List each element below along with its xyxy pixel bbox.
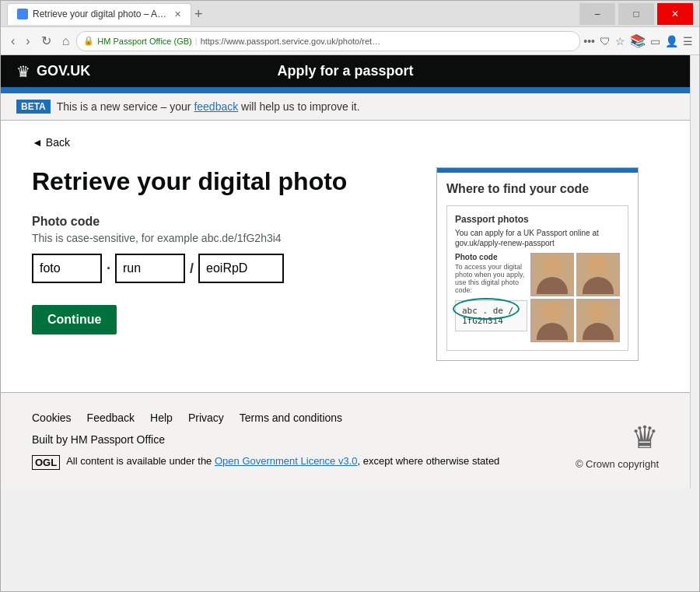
minimize-button[interactable]: – xyxy=(579,3,615,25)
scroll-area[interactable]: ♛ GOV.UK Apply for a passport BETA This … xyxy=(1,55,690,489)
close-button[interactable]: ✕ xyxy=(657,3,693,25)
more-icon[interactable]: ••• xyxy=(583,35,595,47)
back-chevron-icon: ◄ xyxy=(32,136,43,149)
photo-code-inputs: · / xyxy=(32,254,405,283)
reader-icon[interactable]: ▭ xyxy=(650,35,660,47)
beta-text: This is a new service – your feedback wi… xyxy=(57,100,360,113)
page-heading: Retrieve your digital photo xyxy=(32,167,405,196)
main-content: ◄ Back Retrieve your digital photo Photo… xyxy=(1,121,670,392)
footer-links: Cookies Feedback Help Privacy Terms and … xyxy=(32,412,499,424)
security-icon: 🔒 xyxy=(83,36,94,46)
browser-tab[interactable]: Retrieve your digital photo – A… ✕ xyxy=(7,3,191,25)
browser-titlebar: Retrieve your digital photo – A… ✕ + – □… xyxy=(1,1,699,27)
menu-icon[interactable]: ☰ xyxy=(683,35,693,47)
footer-crown-icon: ♛ xyxy=(631,419,659,455)
find-code-box: Where to find your code Passport photos … xyxy=(436,167,639,361)
refresh-button[interactable]: ↻ xyxy=(37,32,55,50)
org-name: HM Passport Office (GB) xyxy=(97,37,191,46)
photo-code-input-3[interactable] xyxy=(198,254,284,283)
profile-icon[interactable]: 👤 xyxy=(665,35,678,47)
footer-link-cookies[interactable]: Cookies xyxy=(32,412,72,424)
shield-icon: 🛡 xyxy=(600,35,611,47)
photo-code-input-2[interactable] xyxy=(115,254,185,283)
footer-link-terms[interactable]: Terms and conditions xyxy=(240,412,342,424)
footer-right: ♛ © Crown copyright xyxy=(576,419,659,470)
photo-4 xyxy=(576,299,620,342)
crown-icon: ♛ xyxy=(16,62,30,81)
main-row: Retrieve your digital photo Photo code T… xyxy=(32,167,639,361)
find-code-content: Where to find your code Passport photos … xyxy=(437,173,638,360)
home-button[interactable]: ⌂ xyxy=(58,33,74,50)
copyright-text: © Crown copyright xyxy=(576,458,659,470)
beta-badge: BETA xyxy=(16,100,51,114)
main-right: Where to find your code Passport photos … xyxy=(436,167,639,361)
footer-bottom: Cookies Feedback Help Privacy Terms and … xyxy=(32,412,659,470)
card-text: You can apply for a UK Passport online a… xyxy=(455,228,620,248)
tab-close-icon[interactable]: ✕ xyxy=(174,9,181,19)
find-code-title: Where to find your code xyxy=(446,182,628,196)
browser-body: ♛ GOV.UK Apply for a passport BETA This … xyxy=(1,55,699,489)
logo-text: GOV.UK xyxy=(37,63,90,79)
library-icon[interactable]: 📚 xyxy=(630,33,646,48)
bookmark-icon[interactable]: ☆ xyxy=(615,35,625,47)
photo-code-label: Photo code xyxy=(455,253,527,261)
blue-bar xyxy=(1,87,690,93)
photo-3 xyxy=(530,299,574,342)
field-hint: This is case-sensitive, for example abc.… xyxy=(32,232,405,244)
govuk-header: ♛ GOV.UK Apply for a passport xyxy=(1,55,690,87)
back-link[interactable]: ◄ Back xyxy=(32,136,70,149)
header-title: Apply for a passport xyxy=(277,63,413,79)
main-left: Retrieve your digital photo Photo code T… xyxy=(32,167,405,361)
govuk-logo: ♛ GOV.UK xyxy=(16,62,90,81)
separator-2: / xyxy=(190,261,194,277)
continue-button[interactable]: Continue xyxy=(32,305,117,335)
photo-1 xyxy=(530,253,574,296)
footer-built-by: Built by HM Passport Office xyxy=(32,433,499,446)
url-text: https://www.passport.service.gov.uk/phot… xyxy=(201,37,574,46)
footer-ogl: OGL All content is available under the O… xyxy=(32,455,499,470)
footer-link-privacy[interactable]: Privacy xyxy=(188,412,224,424)
footer-link-feedback[interactable]: Feedback xyxy=(87,412,135,424)
forward-button[interactable]: › xyxy=(22,33,33,50)
browser-controls: ‹ › ↻ ⌂ 🔒 HM Passport Office (GB) | http… xyxy=(1,27,699,55)
back-button[interactable]: ‹ xyxy=(7,33,19,50)
footer-link-help[interactable]: Help xyxy=(150,412,173,424)
new-tab-button[interactable]: + xyxy=(194,7,203,21)
tab-favicon xyxy=(17,9,28,19)
separator-1: · xyxy=(107,261,110,277)
ogl-logo: OGL xyxy=(32,455,60,470)
tab-title: Retrieve your digital photo – A… xyxy=(33,9,166,19)
field-label: Photo code xyxy=(32,215,405,229)
maximize-button[interactable]: □ xyxy=(618,3,654,25)
page-content: ♛ GOV.UK Apply for a passport BETA This … xyxy=(1,55,690,489)
browser-window: Retrieve your digital photo – A… ✕ + – □… xyxy=(0,0,700,592)
feedback-link[interactable]: feedback xyxy=(194,100,238,113)
photo-code-input-1[interactable] xyxy=(32,254,102,283)
card-title: Passport photos xyxy=(455,214,620,225)
address-bar[interactable]: 🔒 HM Passport Office (GB) | https://www.… xyxy=(76,31,580,51)
beta-banner: BETA This is a new service – your feedba… xyxy=(1,93,690,121)
code-example: abc . de / 1fG2h3i4 xyxy=(462,306,513,326)
ogl-link[interactable]: Open Government Licence v3.0 xyxy=(215,455,358,467)
footer-left: Cookies Feedback Help Privacy Terms and … xyxy=(32,412,499,470)
window-controls: – □ ✕ xyxy=(576,3,693,25)
scrollbar[interactable] xyxy=(690,55,699,489)
passport-photo-card: Passport photos You can apply for a UK P… xyxy=(446,205,628,351)
photo-2 xyxy=(576,253,620,296)
footer: Cookies Feedback Help Privacy Terms and … xyxy=(1,392,690,489)
photo-code-small-text: To access your digital photo when you ap… xyxy=(455,263,527,294)
browser-right-icons: ••• 🛡 ☆ 📚 ▭ 👤 ☰ xyxy=(583,33,693,48)
